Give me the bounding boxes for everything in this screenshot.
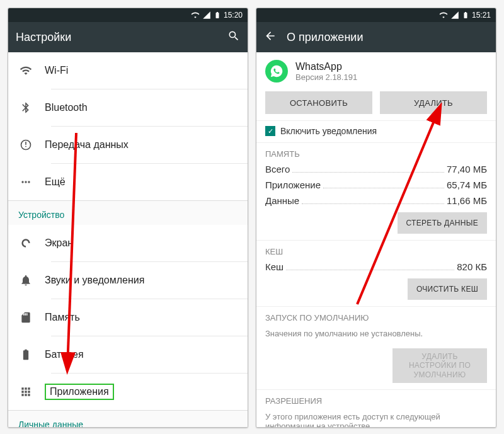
app-header: WhatsApp Версия 2.18.191 [256, 52, 496, 86]
kv-value: 11,66 МБ [447, 195, 487, 206]
default-section-label: ЗАПУСК ПО УМОЛЧАНИЮ [256, 307, 496, 325]
uninstall-button[interactable]: УДАЛИТЬ [380, 91, 487, 114]
app-bar: Настройки [8, 22, 248, 52]
kv-key: Кеш [265, 261, 284, 272]
settings-item-label: Память [45, 312, 80, 323]
appinfo-content: WhatsApp Версия 2.18.191 ОСТАНОВИТЬ УДАЛ… [256, 52, 496, 427]
battery-status-icon [214, 11, 221, 20]
whatsapp-icon [265, 60, 288, 83]
notifications-checkbox-row[interactable]: ✓ Включить уведомления [256, 121, 496, 143]
settings-item-label: Экран [45, 237, 73, 249]
status-time: 15:20 [224, 11, 243, 20]
checkbox-checked-icon: ✓ [265, 126, 275, 136]
settings-item-bluetooth[interactable]: Bluetooth [8, 89, 248, 126]
memory-section-label: ПАМЯТЬ [256, 143, 496, 161]
wireless-group: Wi-FiBluetoothПередача данныхЕщё [8, 52, 248, 200]
search-icon[interactable] [227, 30, 240, 45]
settings-item-label: Ещё [45, 176, 66, 188]
kv-row: Приложение65,74 МБ [256, 177, 496, 193]
kv-row: Данные11,66 МБ [256, 193, 496, 208]
more-icon [20, 176, 45, 188]
settings-item-label: Приложения [45, 384, 114, 400]
kv-value: 65,74 МБ [447, 180, 487, 190]
page-title: О приложении [287, 31, 488, 44]
bluetooth-icon [20, 101, 45, 114]
settings-item-data[interactable]: Передача данных [8, 127, 248, 163]
settings-screen: 15:20 Настройки Wi-FiBluetoothПередача д… [8, 8, 248, 428]
permissions-helper: У этого приложения есть доступ к следующ… [256, 408, 496, 427]
settings-item-label: Звуки и уведомления [45, 275, 144, 286]
back-icon[interactable] [264, 30, 277, 45]
signal-status-icon [450, 11, 459, 20]
status-bar: 15:21 [256, 8, 496, 22]
kv-row: Всего77,40 МБ [256, 161, 496, 177]
battery-status-icon [462, 11, 469, 20]
clear-data-button[interactable]: СТЕРЕТЬ ДАННЫЕ [398, 212, 487, 234]
clear-cache-button[interactable]: ОЧИСТИТЬ КЕШ [408, 278, 487, 300]
kv-key: Приложение [265, 180, 321, 190]
highlight-annotation: Приложения [45, 384, 114, 400]
settings-item-label: Передача данных [45, 139, 129, 151]
settings-item-battery[interactable]: Батарея [8, 336, 248, 373]
status-time: 15:21 [472, 11, 491, 20]
sd-icon [20, 311, 45, 324]
settings-item-bell[interactable]: Звуки и уведомления [8, 262, 248, 299]
settings-content: Wi-FiBluetoothПередача данныхЕщё Устройс… [8, 52, 248, 427]
kv-key: Данные [265, 195, 299, 206]
page-title: Настройки [16, 31, 217, 44]
kv-row: Кеш820 КБ [256, 259, 496, 275]
settings-item-label: Bluetooth [45, 102, 88, 113]
app-version: Версия 2.18.191 [295, 72, 357, 82]
section-personal-header: Личные данные [8, 410, 248, 427]
data-icon [20, 139, 45, 151]
cache-section-label: КЕШ [256, 241, 496, 259]
wifi-status-icon [191, 11, 200, 20]
settings-item-display[interactable]: Экран [8, 225, 248, 261]
app-info-screen: 15:21 О приложении WhatsApp Версия 2.18.… [256, 8, 496, 428]
settings-item-label: Wi-Fi [45, 65, 68, 76]
app-bar: О приложении [256, 22, 496, 52]
settings-item-wifi[interactable]: Wi-Fi [8, 52, 248, 89]
device-group: ЭкранЗвуки и уведомленияПамятьБатареяПри… [8, 225, 248, 410]
force-stop-button[interactable]: ОСТАНОВИТЬ [265, 91, 372, 114]
kv-value: 820 КБ [457, 261, 487, 272]
settings-item-more[interactable]: Ещё [8, 164, 248, 200]
permissions-section-label: РАЗРЕШЕНИЯ [256, 390, 496, 408]
notifications-label: Включить уведомления [280, 126, 377, 136]
display-icon [20, 237, 45, 249]
bell-icon [20, 274, 45, 287]
settings-item-sd[interactable]: Память [8, 299, 248, 336]
settings-item-label: Батарея [45, 349, 84, 360]
clear-defaults-button: УДАЛИТЬ НАСТРОЙКИ ПО УМОЛЧАНИЮ [392, 348, 487, 383]
apps-icon [20, 385, 45, 398]
status-bar: 15:20 [8, 8, 248, 22]
default-helper: Значения по умолчанию не установлены. [256, 325, 496, 345]
section-device-header: Устройство [8, 200, 248, 225]
wifi-icon [20, 64, 45, 77]
wifi-status-icon [439, 11, 448, 20]
signal-status-icon [202, 11, 211, 20]
kv-key: Всего [265, 164, 290, 174]
kv-value: 77,40 МБ [447, 164, 487, 174]
battery-icon [20, 348, 45, 361]
settings-item-apps[interactable]: Приложения [8, 374, 248, 410]
app-name: WhatsApp [295, 61, 357, 72]
